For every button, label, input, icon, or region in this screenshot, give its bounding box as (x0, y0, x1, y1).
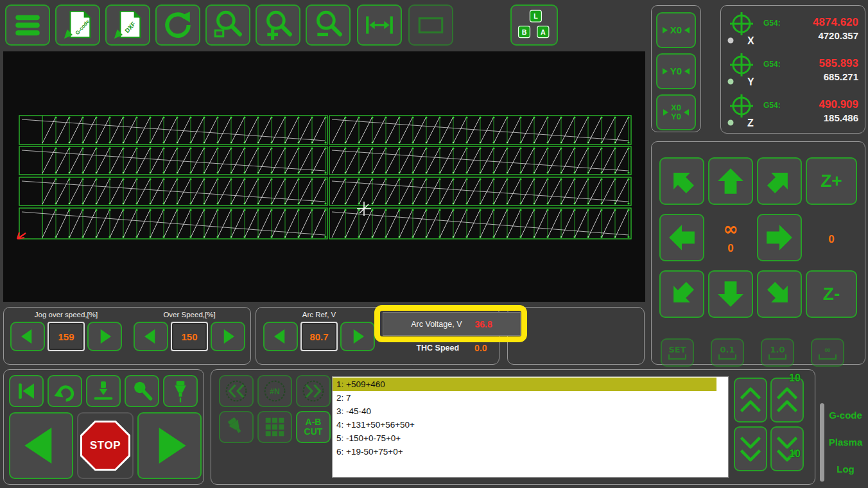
jog-down-right-button[interactable] (757, 270, 802, 318)
jog-step-continuous-button[interactable]: ∞ (811, 338, 844, 367)
step-platform-icon (768, 354, 786, 360)
triangle-right-icon (95, 327, 114, 346)
over-speed-increase-button[interactable] (211, 322, 245, 351)
jog-z-plus-button[interactable]: Z+ (806, 157, 857, 205)
stop-button[interactable]: STOP (77, 412, 134, 479)
gcode-line-active[interactable]: 1: +509+460 (333, 378, 716, 391)
z-step-value: 0 (828, 233, 834, 246)
zoom-window-button[interactable] (205, 4, 250, 46)
probe-icon (91, 379, 116, 403)
toolpath-canvas[interactable] (3, 51, 645, 302)
jog-down-button[interactable] (708, 270, 753, 318)
arc-voltage-label: Arc Voltage, V (411, 320, 462, 329)
scroll-step-top: 10 (789, 372, 801, 384)
ab-cut-button[interactable]: A-B CUT (296, 411, 331, 443)
scroll-down-button[interactable] (734, 426, 767, 471)
step-back-button[interactable] (219, 375, 254, 407)
arrow-up-left-icon (663, 162, 701, 200)
toolpath-drawing (3, 51, 645, 302)
zero-y-label: Y0 (670, 66, 682, 76)
triangle-left-icon (18, 327, 37, 346)
jog-over-speed-label: Jog over speed,[%] (35, 311, 98, 318)
dxf-file-icon: DXF (112, 9, 144, 41)
jog-up-button[interactable] (708, 157, 753, 205)
run-from-line-button[interactable] (48, 375, 82, 407)
scroll-up-button[interactable] (734, 378, 767, 423)
fast-forward-icon (301, 379, 326, 403)
fit-width-icon (363, 9, 395, 41)
zoom-window-icon (212, 9, 244, 41)
goto-line-button[interactable]: #N (257, 375, 292, 407)
arc-ref-control: Arc Ref, V 80.7 (263, 311, 376, 351)
jog-over-speed-decrease-button[interactable] (10, 322, 45, 351)
key-b-label: B (522, 28, 527, 36)
torch-angle-button[interactable] (219, 411, 254, 443)
regenerate-button[interactable] (155, 4, 200, 46)
jog-step-row: SET 0.1 1.0 ∞ (661, 338, 844, 367)
arc-ref-label: Arc Ref, V (302, 311, 336, 318)
jog-over-speed-value[interactable]: 159 (48, 322, 85, 351)
over-speed-value[interactable]: 150 (171, 322, 208, 351)
nesting-grid-button[interactable] (257, 411, 292, 443)
arc-ref-increase-button[interactable] (340, 322, 375, 351)
arrow-down-right-icon (760, 275, 799, 313)
select-rectangle-button[interactable] (408, 4, 453, 46)
run-backward-button[interactable] (9, 412, 73, 479)
menu-button[interactable] (5, 4, 50, 46)
triangle-left-icon (684, 109, 689, 116)
arrow-down-icon (716, 279, 745, 309)
zero-y-button[interactable]: Y0 (656, 53, 696, 89)
rectangle-icon (415, 9, 447, 41)
gcode-line[interactable]: 2: 7 (333, 391, 728, 405)
zoom-out-button[interactable] (306, 4, 351, 46)
jog-up-left-button[interactable] (659, 157, 704, 205)
triangle-right-icon (663, 109, 668, 116)
jog-up-right-button[interactable] (757, 157, 802, 205)
jog-z-minus-button[interactable]: Z- (806, 270, 857, 318)
arrow-up-icon (716, 166, 745, 196)
gcode-line-list[interactable]: 1: +509+460 2: 7 3: -45-40 4: +131+50+56… (332, 376, 729, 478)
gcode-line[interactable]: 4: +131+50+56+50+ (333, 418, 728, 431)
arc-ref-value[interactable]: 80.7 (300, 322, 338, 351)
double-chevron-down-icon (738, 431, 763, 466)
rewind-to-start-button[interactable] (9, 375, 44, 407)
dro-panel: X G54: 4874.620 4720.357 Y G54: (720, 5, 865, 134)
zoom-in-button[interactable] (256, 4, 300, 46)
over-speed-decrease-button[interactable] (134, 322, 168, 351)
gcode-line[interactable]: 3: -45-40 (333, 405, 728, 418)
gcode-line[interactable]: 5: -150+0-75+0+ (333, 431, 728, 445)
program-panel: #N A-B CUT 1: +509+460 2: 7 3: -45-40 4:… (211, 369, 815, 485)
step-label: SET (668, 345, 686, 354)
step-forward-button[interactable] (296, 375, 331, 407)
tab-gcode[interactable]: G-code (823, 410, 868, 421)
gcode-file-icon: G-code (62, 9, 94, 41)
fit-width-button[interactable] (357, 4, 402, 46)
arc-ref-decrease-button[interactable] (263, 322, 298, 351)
start-button[interactable] (137, 412, 202, 479)
over-speed-control: Over Speed,[%] 150 (133, 311, 246, 351)
gcode-line[interactable]: 6: +19-50+75+0+ (333, 445, 728, 458)
dro-axis-x: X G54: 4874.620 4720.357 (726, 10, 860, 47)
jog-step-10-button[interactable]: 1.0 (761, 338, 794, 367)
jog-right-button[interactable] (757, 214, 802, 261)
tab-log[interactable]: Log (823, 464, 868, 475)
zero-x-button[interactable]: X0 (656, 12, 696, 48)
inspect-button[interactable] (125, 375, 159, 407)
thc-speed-label: THC Speed (416, 344, 459, 353)
probe-button[interactable] (86, 375, 121, 407)
open-dxf-button[interactable]: DXF (105, 4, 150, 46)
torch-button[interactable] (163, 375, 198, 407)
open-gcode-button[interactable]: G-code (55, 4, 100, 46)
over-speed-label: Over Speed,[%] (163, 311, 215, 318)
zero-xy-button[interactable]: X0 Y0 (656, 94, 696, 130)
jog-left-button[interactable] (659, 214, 704, 261)
triangle-right-icon (663, 27, 668, 33)
jog-step-set-button[interactable]: SET (661, 338, 694, 367)
toolbar: G-code DXF (0, 0, 648, 50)
jog-step-01-button[interactable]: 0.1 (711, 338, 744, 367)
jog-down-left-button[interactable] (659, 270, 704, 318)
tab-plasma[interactable]: Plasma (823, 437, 868, 448)
keyboard-shortcuts-button[interactable]: L B A (510, 4, 558, 46)
scroll-up-page-button[interactable] (770, 378, 804, 423)
jog-over-speed-increase-button[interactable] (87, 322, 122, 351)
